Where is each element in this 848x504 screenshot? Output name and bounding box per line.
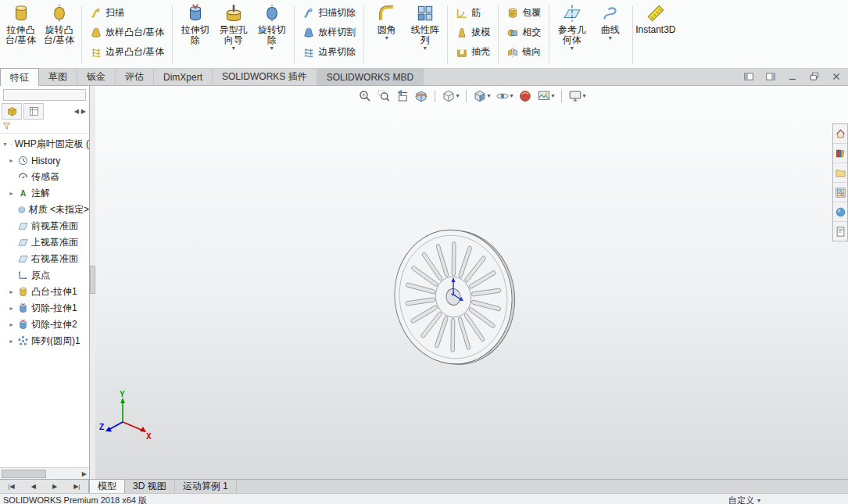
edit-appearance-button[interactable] [517,88,533,104]
ribbon-button-fillet[interactable]: 圆角▾ [367,2,406,68]
ribbon-button-draft[interactable]: 拔模 [454,23,492,41]
ribbon-button-instant3d[interactable]: Instant3D [636,2,674,68]
fan-plate-model[interactable] [363,207,543,387]
ribbon-button-linear-pattern[interactable]: 线性阵列▾ [406,2,444,68]
dropdown-caret-icon[interactable]: ▾ [270,45,274,52]
featuremanager-tree-button[interactable] [2,103,22,120]
section-view-button[interactable] [413,88,428,104]
ribbon-button-revolve-boss[interactable]: 旋转凸台/基体 [40,2,78,68]
pane-right-button[interactable] [764,70,778,83]
panel-tab-strip[interactable] [3,89,86,101]
ribbon-button-loft-cut[interactable]: 放样切割 [301,23,357,41]
tab-mbd[interactable]: SOLIDWORKS MBD [317,69,424,85]
scroll-right-arrow-icon[interactable]: ▶ [82,470,89,477]
expander-icon[interactable]: ▸ [8,305,15,312]
tree-item-circular-pattern1[interactable]: ▸阵列(圆周)1 [0,333,89,349]
tree-horizontal-scrollbar[interactable]: ▶ [0,467,89,479]
hide-show-items-button[interactable]: ▾ [494,88,513,104]
tree-item-history[interactable]: ▸History [0,152,89,169]
zoom-fit-button[interactable] [356,88,372,104]
scrollbar-thumb[interactable] [2,470,46,478]
restore-button[interactable] [807,70,821,83]
expander-icon[interactable]: ▾ [2,141,9,148]
expander-icon[interactable]: ▸ [8,190,15,197]
ribbon-button-reference-geometry[interactable]: 参考几何体▾ [553,2,591,68]
minimize-button[interactable] [785,70,800,83]
ribbon-button-sweep-cut[interactable]: 扫描切除 [301,4,357,22]
resources-tab[interactable] [833,124,847,144]
tab-evaluate[interactable]: 评估 [116,69,154,85]
dropdown-caret-icon[interactable]: ▾ [385,35,388,41]
scroll-previous-button[interactable]: ◀ [31,483,36,490]
dropdown-caret-icon[interactable]: ▾ [510,93,513,99]
dropdown-caret-icon[interactable]: ▾ [487,93,490,99]
tab-sketch[interactable]: 草图 [39,69,77,85]
document-tab-motion-study-1[interactable]: 运动算例 1 [175,480,237,493]
ribbon-button-mirror[interactable]: 镜向 [505,43,542,61]
tree-item-annotations[interactable]: ▸A注解 [0,185,89,202]
graphics-area[interactable]: ▾▾▾▾▾ YXZ [95,86,848,479]
dropdown-caret-icon[interactable]: ▾ [232,45,235,52]
document-tab-3d-views[interactable]: 3D 视图 [125,480,175,493]
view-orientation-button[interactable]: ▾ [440,88,460,104]
tab-sheet-metal[interactable]: 钣金 [77,69,116,85]
close-button[interactable] [829,70,843,83]
ribbon-button-curves[interactable]: 曲线▾ [591,2,629,68]
scroll-last-button[interactable]: ▶| [73,483,80,490]
tab-addins[interactable]: SOLIDWORKS 插件 [213,69,317,85]
ribbon-button-extrude-cut[interactable]: 拉伸切除 [176,2,214,68]
panel-forward-arrow[interactable]: ▶ [81,108,86,115]
ribbon-button-boundary-cut[interactable]: 边界切除 [301,43,357,61]
tree-item-top-plane[interactable]: 上视基准面 [0,234,89,251]
apply-scene-button[interactable]: ▾ [536,88,556,104]
ribbon-button-revolve-cut[interactable]: 旋转切除▾ [252,2,291,68]
ribbon-button-intersect[interactable]: 相交 [505,23,542,41]
view-settings-button[interactable]: ▾ [567,88,587,104]
dropdown-caret-icon[interactable]: ▾ [424,45,427,52]
tree-item-cut-extrude1[interactable]: ▸切除-拉伸1 [0,300,89,316]
tree-item-right-plane[interactable]: 右视基准面 [0,251,89,267]
tab-dimxpert[interactable]: DimXpert [154,69,213,85]
tree-item-material[interactable]: 材质 <未指定> [0,202,89,218]
tree-item-front-plane[interactable]: 前视基准面 [0,218,89,234]
file-explorer-tab[interactable] [833,163,847,183]
design-library-tab[interactable] [833,144,847,163]
display-style-button[interactable]: ▾ [471,88,491,104]
expander-icon[interactable]: ▸ [8,321,15,328]
ribbon-button-boundary[interactable]: 边界凸台/基体 [88,43,166,61]
dropdown-caret-icon[interactable]: ▾ [583,93,586,99]
dropdown-caret-icon[interactable]: ▾ [552,93,555,99]
ribbon-button-rib[interactable]: 筋 [454,4,492,22]
expander-icon[interactable]: ▸ [8,288,15,295]
ribbon-button-sweep[interactable]: 扫描 [88,4,166,22]
custom-properties-tab[interactable] [833,222,847,241]
scroll-next-button[interactable]: ▶ [52,483,57,490]
ribbon-button-hole-wizard[interactable]: 异型孔向导▾ [214,2,252,68]
expander-icon[interactable]: ▸ [8,157,15,164]
appearances-tab[interactable] [833,202,847,222]
view-palette-tab[interactable] [833,183,847,202]
zoom-area-button[interactable] [375,88,391,104]
ribbon-button-shell[interactable]: 抽壳 [454,43,492,61]
panel-back-arrow[interactable]: ◀ [74,108,79,115]
tree-item-part-root[interactable]: ▾WHP扇叶固定板 ( [0,136,89,152]
scroll-first-button[interactable]: |◀ [9,483,15,490]
expander-icon[interactable]: ▸ [8,338,15,345]
tree-item-sensors[interactable]: 传感器 [0,169,89,185]
pane-left-button[interactable] [742,70,756,83]
dropdown-caret-icon[interactable]: ▾ [609,35,612,41]
ribbon-button-loft[interactable]: 放样凸台/基体 [88,23,166,41]
panel-splitter-handle[interactable] [90,266,95,294]
tree-item-origin[interactable]: 原点 [0,267,89,284]
ribbon-button-extrude-boss[interactable]: 拉伸凸台/基体 [2,2,40,68]
tree-item-boss-extrude1[interactable]: ▸凸台-拉伸1 [0,284,89,300]
document-tab-model[interactable]: 模型 [89,480,125,493]
display-pane-button[interactable] [23,103,44,120]
previous-view-button[interactable] [394,88,410,104]
dropdown-caret-icon[interactable]: ▾ [571,45,574,52]
dropdown-caret-icon[interactable]: ▾ [456,93,459,99]
tab-features[interactable]: 特征 [0,68,39,86]
ribbon-button-wrap[interactable]: 包覆 [505,4,542,22]
customize-button[interactable]: 自定义 [728,495,754,504]
tree-item-cut-extrude2[interactable]: ▸切除-拉伸2 [0,316,89,333]
